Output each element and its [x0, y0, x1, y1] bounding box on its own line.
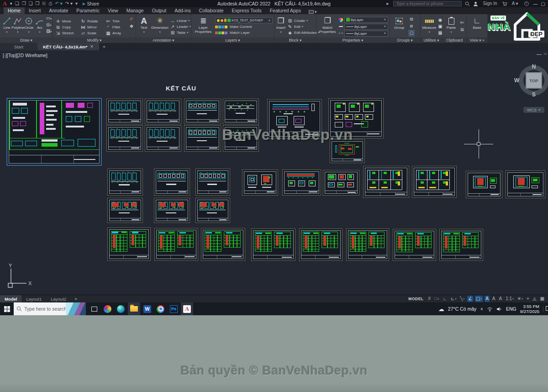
volume-icon[interactable]: [496, 307, 502, 312]
rotate-button[interactable]: ↻Rotate: [80, 19, 104, 24]
make-current-button[interactable]: Make Current: [215, 24, 273, 29]
ribbon-tab-output[interactable]: Output: [148, 7, 171, 14]
explode-icon[interactable]: ❖: [129, 24, 134, 29]
paste-button[interactable]: Paste▾: [445, 15, 458, 37]
taskbar-app-task-view[interactable]: [88, 302, 100, 315]
group-edit-icon[interactable]: ⧈: [409, 23, 414, 29]
new-layout-button[interactable]: +: [71, 296, 81, 302]
snap-icon[interactable]: ∷▾: [433, 296, 440, 302]
plus-icon[interactable]: +: [526, 296, 530, 302]
linear-button[interactable]: ↔Linear▾: [170, 18, 191, 23]
drawing-sheet[interactable]: [195, 198, 230, 223]
panel-label-annotation[interactable]: Annotation ▾: [136, 37, 191, 43]
move-button[interactable]: ✛Move: [55, 19, 79, 24]
panel-label-draw[interactable]: Draw ▾: [0, 37, 53, 43]
drawing-sheet[interactable]: [106, 99, 143, 124]
edit-button[interactable]: ✎Edit▾: [287, 24, 319, 29]
taskbar-app-word[interactable]: W: [141, 302, 153, 315]
polar-icon[interactable]: ⊾▾: [450, 296, 457, 302]
leader-button[interactable]: ↗Leader▾: [170, 24, 191, 29]
autoscale-icon[interactable]: A: [491, 296, 496, 302]
ribbon-tab-view[interactable]: View: [104, 7, 122, 14]
gear-icon[interactable]: ✳▾: [516, 296, 524, 302]
plot-icon[interactable]: ⎘: [42, 0, 46, 7]
line-button[interactable]: Line▾: [1, 15, 12, 37]
hatch-icon[interactable]: ▨▾: [46, 28, 52, 33]
viewcube[interactable]: TOP N W S: [519, 65, 548, 95]
drawing-sheet[interactable]: [251, 228, 295, 261]
drawing-sheet[interactable]: [107, 228, 151, 261]
quick-access-caret-icon[interactable]: ▾: [75, 0, 78, 7]
viewcube-north[interactable]: N: [532, 64, 536, 70]
viewcube-top-face[interactable]: TOP: [526, 72, 542, 89]
drawing-sheet[interactable]: [195, 169, 230, 196]
linetype-dropdown[interactable]: ByLayer▼: [344, 31, 388, 37]
ribbon-tab-insert[interactable]: Insert: [25, 7, 45, 14]
panel-label-utilities[interactable]: Utilities ▾: [421, 37, 442, 43]
annotvis-icon[interactable]: A: [485, 296, 490, 302]
minimize-button[interactable]: —: [533, 1, 538, 6]
polyline-button[interactable]: Polyline▾: [12, 15, 23, 37]
ascale-icon[interactable]: A: [498, 296, 503, 302]
help-icon[interactable]: ?: [524, 1, 529, 6]
taskbar-app-chrome[interactable]: [154, 302, 167, 315]
insert-block-button[interactable]: ❒ Insert▾: [276, 15, 285, 37]
table-button[interactable]: ⊞Table▾: [170, 30, 191, 35]
drawing-sheet[interactable]: [184, 99, 221, 124]
drawing-sheet[interactable]: [412, 166, 457, 198]
draw-extra-tools[interactable]: ▭▾ ◎▾ ▨▾: [46, 16, 52, 33]
taskbar-app-explorer[interactable]: [128, 302, 140, 315]
drawing-sheet[interactable]: [154, 228, 198, 261]
drawing-sheet[interactable]: [107, 198, 143, 223]
measure-button[interactable]: Measure▾: [422, 15, 436, 37]
ribbon-tab-featured-apps[interactable]: Featured Apps: [266, 7, 305, 14]
restore-button[interactable]: ▢: [541, 1, 545, 6]
drawing-sheet[interactable]: [7, 98, 101, 165]
layout-tab-layout2[interactable]: Layout2: [46, 295, 71, 302]
scale-text[interactable]: 1:1▾: [505, 296, 515, 302]
cut-icon[interactable]: ✄: [459, 20, 465, 25]
model-space-button[interactable]: MODEL: [408, 297, 423, 301]
search-icon[interactable]: [465, 1, 470, 6]
panel-label-properties[interactable]: Properties ▾: [316, 37, 389, 43]
viewport-minimize-icon[interactable]: —: [537, 51, 542, 57]
drawing-canvas[interactable]: [-][Top][2D Wireframe] — ▭ KẾT CẤU BanVe…: [0, 50, 548, 295]
drawing-sheet[interactable]: [184, 125, 221, 152]
workspace-monitor-icon[interactable]: ▾: [309, 10, 317, 14]
help-search-input[interactable]: [393, 1, 462, 6]
ribbon-tab-parametric[interactable]: Parametric: [72, 7, 104, 14]
isolate-icon[interactable]: ◬: [532, 296, 537, 302]
language-indicator[interactable]: ENG: [506, 306, 516, 312]
cart-icon[interactable]: [502, 1, 507, 6]
file-tab-document[interactable]: KẾT CẤU- 4,5x19,4m* ✕: [37, 43, 99, 50]
ribbon-tab-collaborate[interactable]: Collaborate: [195, 7, 228, 14]
layout-tab-model[interactable]: Model: [0, 295, 21, 302]
drawing-sheet[interactable]: [323, 170, 359, 196]
base-button[interactable]: ∟ Base: [469, 15, 485, 37]
undo-icon[interactable]: ↶ ▾: [55, 0, 63, 7]
autodesk-app-icon[interactable]: A ▾: [512, 0, 518, 7]
ribbon-tab-express-tools[interactable]: Express Tools: [227, 7, 265, 14]
file-tab-start[interactable]: Start: [0, 43, 37, 50]
drawing-sheet[interactable]: [506, 170, 545, 198]
object-color-dropdown[interactable]: ByLayer▼: [344, 17, 388, 23]
color-wheel-icon[interactable]: [339, 18, 343, 22]
stretch-button[interactable]: ⇲Stretch: [55, 31, 79, 36]
drawing-sheet[interactable]: [363, 166, 409, 198]
circle-button[interactable]: Circle▾: [23, 15, 34, 37]
weather-cloud-icon[interactable]: ☁: [438, 306, 444, 313]
array-button[interactable]: ▦Array: [105, 31, 129, 36]
print-icon[interactable]: ⎙: [49, 0, 53, 7]
copy-button[interactable]: ⧉Copy: [55, 25, 79, 30]
panel-label-view[interactable]: View ▾ »: [467, 37, 487, 43]
ribbon-tab-home[interactable]: Home: [4, 7, 25, 14]
new-tab-button[interactable]: +: [99, 43, 109, 50]
search-expand-icon[interactable]: ▸: [386, 0, 389, 7]
ortho-icon[interactable]: ∟: [442, 296, 448, 302]
share-button[interactable]: ➤ Share: [82, 1, 99, 6]
dimension-button[interactable]: ✳ Dimension▾: [151, 15, 169, 37]
drawing-sheet[interactable]: [439, 229, 483, 261]
ellipse-icon[interactable]: ◎▾: [46, 22, 52, 27]
fillet-button[interactable]: ◜Fillet: [105, 25, 129, 30]
drawing-sheet[interactable]: [223, 99, 259, 124]
